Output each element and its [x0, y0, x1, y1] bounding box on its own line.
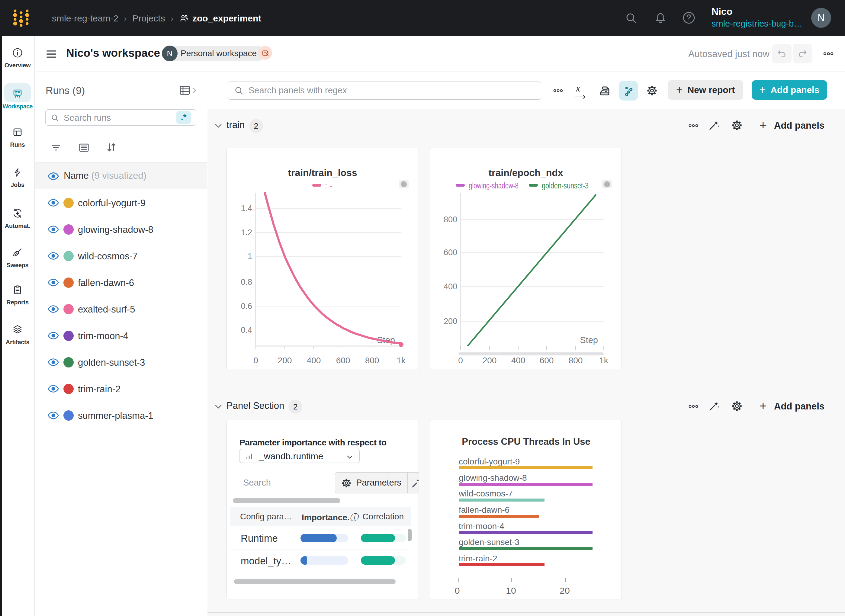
svg-text:1: 1: [248, 252, 252, 261]
svg-text:0.8: 0.8: [241, 277, 252, 287]
svg-text:0: 0: [458, 356, 463, 365]
svg-text:1.2: 1.2: [241, 228, 252, 237]
svg-text:800: 800: [444, 215, 457, 224]
svg-text:1.4: 1.4: [241, 204, 252, 213]
svg-text:train/train_loss: train/train_loss: [288, 167, 357, 178]
svg-text:0: 0: [253, 356, 258, 365]
svg-text:1k: 1k: [599, 356, 609, 365]
svg-text:glowing-shadow-8: glowing-shadow-8: [459, 473, 527, 483]
svg-text:400: 400: [307, 356, 321, 365]
svg-text:1k: 1k: [396, 356, 406, 365]
svg-text:trim-moon-4: trim-moon-4: [459, 522, 504, 531]
svg-text:glowing-shadow-8: glowing-shadow-8: [469, 181, 519, 190]
svg-text:0.6: 0.6: [241, 302, 252, 311]
svg-text:20: 20: [560, 585, 569, 595]
svg-text:golden-sunset-3: golden-sunset-3: [542, 181, 588, 190]
svg-text:Process CPU Threads In Use: Process CPU Threads In Use: [462, 436, 590, 447]
svg-text:: -: : -: [325, 181, 332, 190]
svg-text:400: 400: [511, 356, 525, 365]
svg-text:800: 800: [365, 356, 379, 365]
svg-text:400: 400: [444, 282, 457, 291]
svg-text:colorful-yogurt-9: colorful-yogurt-9: [459, 457, 520, 466]
svg-text:golden-sunset-3: golden-sunset-3: [459, 537, 519, 547]
svg-text:200: 200: [483, 356, 497, 365]
svg-text:Step: Step: [580, 335, 598, 345]
svg-text:trim-rain-2: trim-rain-2: [459, 554, 497, 563]
svg-text:200: 200: [444, 317, 457, 326]
svg-text:0.4: 0.4: [241, 326, 252, 334]
svg-text:600: 600: [336, 356, 350, 365]
svg-text:200: 200: [278, 356, 292, 365]
svg-text:wild-cosmos-7: wild-cosmos-7: [458, 489, 513, 498]
svg-text:600: 600: [540, 356, 554, 365]
svg-text:800: 800: [569, 356, 583, 365]
svg-text:fallen-dawn-6: fallen-dawn-6: [459, 505, 509, 515]
svg-text:600: 600: [444, 248, 457, 257]
svg-text:train/epoch_ndx: train/epoch_ndx: [489, 167, 563, 178]
svg-text:10: 10: [506, 585, 516, 595]
svg-text:0: 0: [455, 585, 460, 595]
